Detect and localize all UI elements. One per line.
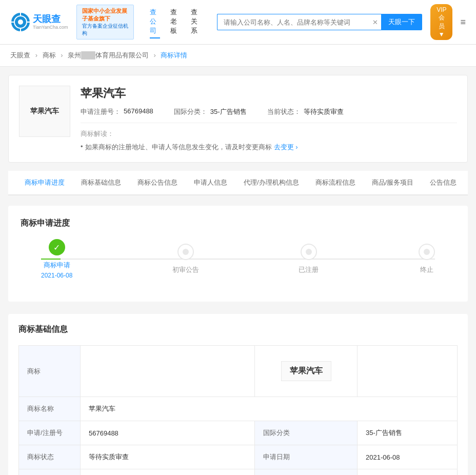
tab-agency-info[interactable]: 代理/办理机构信息 [235,171,307,195]
banner-line2: 官方备案企业征信机构 [82,23,129,37]
logo-text-block: 天眼查 TianYanCha.com [33,14,68,30]
progress-step-1: ✓ 商标申请 2021-06-08 [41,239,72,279]
tab-announcement-info[interactable]: 商标公告信息 [129,171,186,195]
trademark-info: 苹果汽车 申请注册号： 56769488 国际分类： 35-广告销售 当前状态：… [81,86,457,152]
step-3-circle [301,244,317,260]
table-row-regno: 申请/注册号 56769488 国际分类 35-广告销售 [19,421,458,445]
trademark-note-section: 商标解读： 如果商标的注册地址、申请人等信息发生变化，请及时变更商标 去变更 › [81,123,457,152]
step-2-label: 初审公告 [172,265,199,274]
breadcrumb-sep-1: › [35,51,37,59]
breadcrumb-sep-2: › [61,51,63,59]
progress-section: 商标申请进度 ✓ 商标申请 2021-06-08 初审公告 [8,206,468,302]
nav-tab-boss[interactable]: 查老板 [170,6,181,38]
trademark-note-item: 如果商标的注册地址、申请人等信息发生变化，请及时变更商标 去变更 › [81,143,457,152]
tm-image-empty [81,346,255,397]
tab-applicant-info[interactable]: 申请人信息 [186,171,235,195]
nav-tab-company[interactable]: 查公司 [150,6,160,38]
trademark-title: 苹果汽车 [81,86,457,101]
trademark-note-title: 商标解读： [81,129,457,138]
progress-step-2: 初审公告 [172,244,199,274]
intl-class-item: 国际分类： 35-广告销售 [174,107,247,116]
breadcrumb-sep-3: › [153,51,155,59]
logo-main-text: 天眼查 [33,14,68,25]
progress-step-3: 已注册 [299,244,319,274]
search-clear-button[interactable]: ✕ [369,14,381,30]
tab-basic-info[interactable]: 商标基础信息 [73,171,129,195]
table-row-status: 商标状态 等待实质审查 申请日期 2021-06-08 [19,445,458,469]
intlclass-label: 国际分类 [255,421,358,445]
logo-en-text: TianYanCha.com [33,25,68,30]
tm-image-empty2 [358,346,458,397]
header-nav-tabs: 查公司 查老板 查关系 [150,6,201,38]
tab-notice-info[interactable]: 公告信息 [422,171,465,195]
table-row-intl: 国际商标 否 国际注册日期 - [19,469,458,476]
tm-name-label: 商标名称 [19,397,81,421]
vip-button[interactable]: VIP会员 ▼ [430,4,452,40]
nav-tab-relation[interactable]: 查关系 [191,6,201,38]
progress-step-4: 终止 [419,244,435,274]
menu-icon[interactable]: ≡ [460,17,466,28]
tm-image-label: 商标 [19,346,81,397]
tm-status-label: 商标状态 [19,445,81,469]
regno-label: 申请/注册号 [19,421,81,445]
trademark-meta: 申请注册号： 56769488 国际分类： 35-广告销售 当前状态： 等待实质… [81,107,457,116]
progress-line-bg [41,259,435,260]
breadcrumb-item-trademark[interactable]: 商标 [43,51,56,59]
breadcrumb-item-home[interactable]: 天眼查 [10,51,30,59]
page-wrapper: 天眼查 TianYanCha.com 国家中小企业发展子基金旗下 官方备案企业征… [0,0,476,475]
intlclass-value: 35-广告销售 [358,421,458,445]
banner-line1: 国家中小企业发展子基金旗下 [82,7,129,23]
tm-status-value: 等待实质审查 [81,445,255,469]
progress-section-title: 商标申请进度 [21,218,455,229]
step-4-circle [419,244,435,260]
regno-value: 56769488 [81,421,255,445]
intl-class-label: 国际分类： [174,107,207,116]
header: 天眼查 TianYanCha.com 国家中小企业发展子基金旗下 官方备案企业征… [0,0,476,45]
step-3-label: 已注册 [299,265,319,274]
trademark-header-card: 苹果汽车 苹果汽车 申请注册号： 56769488 国际分类： 35-广告销售 … [8,75,468,163]
step-4-dot [424,249,430,255]
search-input[interactable] [217,14,369,30]
breadcrumb-item-current: 商标详情 [161,51,187,59]
status-item: 当前状态： 等待实质审查 [267,107,344,116]
main-content: 苹果汽车 苹果汽车 申请注册号： 56769488 国际分类： 35-广告销售 … [0,67,476,475]
intl-tm-value: 否 [81,469,255,476]
tm-name-value: 苹果汽车 [81,397,458,421]
progress-track: ✓ 商标申请 2021-06-08 初审公告 已注册 [41,239,435,279]
apply-date-label: 申请日期 [255,445,358,469]
tianyancha-logo-icon [10,12,31,32]
tm-image-preview: 苹果汽车 [281,361,331,381]
logo-area: 天眼查 TianYanCha.com [10,12,68,32]
header-banner: 国家中小企业发展子基金旗下 官方备案企业征信机构 [76,5,134,40]
table-row-tm-image: 商标 苹果汽车 [19,346,458,397]
tab-navigation: 商标申请进度 商标基础信息 商标公告信息 申请人信息 代理/办理机构信息 商标流… [8,171,468,195]
status-value: 等待实质审查 [304,107,344,116]
step-1-label: 商标申请 [44,261,70,270]
tab-flow-info[interactable]: 商标流程信息 [307,171,364,195]
search-button[interactable]: 天眼一下 [381,14,422,30]
intl-reg-date-label: 国际注册日期 [255,469,358,476]
intl-reg-date-value: - [358,469,458,476]
step-2-dot [183,249,189,255]
trademark-logo-box: 苹果汽车 [19,86,70,137]
breadcrumb-item-company[interactable]: 泉州███体育用品有限公司 [68,51,149,59]
intl-class-value: 35-广告销售 [210,107,247,116]
step-1-circle: ✓ [49,239,65,255]
trademark-logo-text: 苹果汽车 [30,107,59,116]
basic-info-section-title: 商标基础信息 [18,324,458,335]
apply-date-value: 2021-06-08 [358,445,458,469]
breadcrumb: 天眼查 › 商标 › 泉州███体育用品有限公司 › 商标详情 [0,45,476,67]
trademark-note-link[interactable]: 去变更 › [274,143,298,152]
reg-no-value: 56769488 [124,107,153,116]
table-row-name: 商标名称 苹果汽车 [19,397,458,421]
trademark-note-text: 如果商标的注册地址、申请人等信息发生变化，请及时变更商标 [85,143,272,152]
tab-progress[interactable]: 商标申请进度 [16,171,73,195]
tm-image-preview-cell: 苹果汽车 [255,346,358,397]
svg-point-2 [18,19,23,25]
search-area: ✕ 天眼一下 [217,14,422,30]
status-label: 当前状态： [267,107,301,116]
step-4-label: 终止 [420,265,433,274]
step-1-date: 2021-06-08 [41,272,72,279]
tab-goods-services[interactable]: 商品/服务项目 [364,171,422,195]
reg-no-label: 申请注册号： [81,107,121,116]
